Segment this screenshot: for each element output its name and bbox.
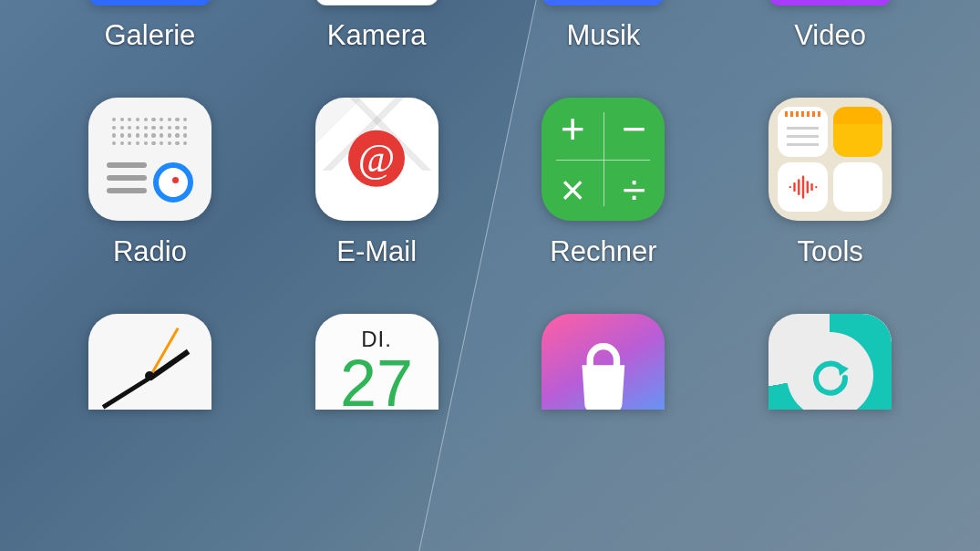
files-icon [833,107,883,157]
app-store-icon [542,314,665,410]
svg-marker-7 [838,363,849,376]
app-kamera[interactable]: Kamera [263,0,490,52]
app-calendar[interactable]: DI. 27 [263,314,490,410]
voice-recorder-icon [778,162,828,213]
app-label: Video [794,19,866,52]
plus-icon: + [542,98,603,160]
clock-icon [88,314,211,410]
calendar-date: 27 [340,350,413,410]
app-email[interactable]: @ E-Mail [263,98,490,268]
refresh-arrow-icon [803,348,858,403]
tools-folder-icon [769,98,892,221]
app-backup[interactable] [717,314,944,410]
app-video[interactable]: Video [717,0,944,52]
app-radio[interactable]: Radio [36,98,263,268]
app-rechner[interactable]: + − × ÷ Rechner [490,98,717,268]
music-icon [542,0,665,5]
radio-icon [88,98,211,221]
gallery-icon [88,0,211,5]
app-label: Kamera [327,19,427,52]
app-label: Rechner [550,235,656,268]
calculator-icon: + − × ÷ [542,98,665,221]
divide-icon: ÷ [603,160,665,222]
app-label: Radio [113,235,187,268]
app-tools-folder[interactable]: Tools [717,98,944,268]
camera-icon [315,0,438,5]
app-label: Tools [797,235,862,268]
backup-icon [769,314,892,410]
app-label: Musik [566,19,640,52]
email-icon: @ [315,98,438,221]
calendar-icon: DI. 27 [315,314,438,410]
app-label: E-Mail [336,235,417,268]
shopping-bag-icon [563,336,644,410]
minus-icon: − [603,98,665,160]
app-label: Galerie [104,19,195,52]
app-store[interactable] [490,314,717,410]
app-musik[interactable]: Musik [490,0,717,52]
memo-icon [778,107,828,157]
app-galerie[interactable]: Galerie [36,0,263,52]
at-sign-icon: @ [348,130,405,186]
app-clock[interactable] [36,314,263,410]
times-icon: × [542,160,603,222]
app-grid: Galerie Kamera Musik Video Radio [0,0,980,410]
video-icon [769,0,892,5]
